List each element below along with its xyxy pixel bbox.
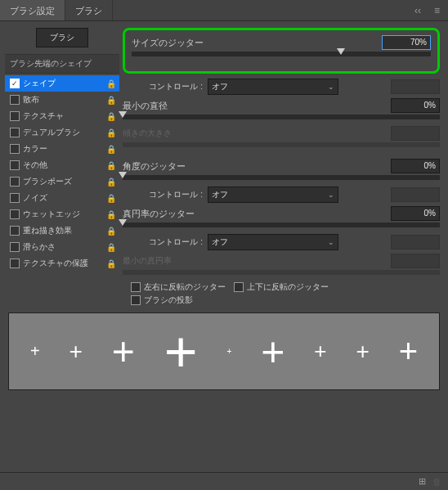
sidebar-label-1: 散布 xyxy=(23,94,106,106)
sidebar-item-11[interactable]: テクスチャの保護🔒 xyxy=(5,255,119,272)
preview-stamp: + xyxy=(69,339,83,365)
projection-checkbox[interactable] xyxy=(131,295,141,305)
lock-icon[interactable]: 🔒 xyxy=(106,259,116,268)
sidebar-item-1[interactable]: 散布🔒 xyxy=(5,92,119,108)
tilt-scale-label: 傾きの大きさ xyxy=(123,128,177,139)
preview-stamp: + xyxy=(30,342,40,361)
angle-jitter-input[interactable]: 0% xyxy=(391,159,440,173)
sidebar-label-9: 重ね描き効果 xyxy=(23,225,106,236)
size-control-select[interactable]: オフ⌄ xyxy=(208,79,338,95)
size-jitter-slider[interactable] xyxy=(132,52,431,56)
preview-stamp: + xyxy=(112,329,135,374)
lock-icon[interactable]: 🔒 xyxy=(106,210,116,219)
flip-y-checkbox[interactable] xyxy=(234,282,244,292)
min-roundness-label: 最小の真円率 xyxy=(123,255,177,267)
collapse-icon[interactable]: ‹‹ xyxy=(411,3,424,18)
sidebar-label-4: カラー xyxy=(23,143,106,155)
angle-control-select[interactable]: オフ⌄ xyxy=(208,187,338,203)
sidebar-checkbox-6[interactable] xyxy=(10,177,20,187)
lock-icon[interactable]: 🔒 xyxy=(106,79,116,88)
size-jitter-label: サイズのジッター xyxy=(132,37,204,49)
size-control-extra xyxy=(391,79,440,94)
sidebar-label-6: ブラシポーズ xyxy=(23,176,106,187)
sidebar-checkbox-3[interactable] xyxy=(10,128,20,137)
sidebar: ブラシ ブラシ先端のシェイプ ✓シェイプ🔒散布🔒テクスチャ🔒デュアルブラシ🔒カラ… xyxy=(0,21,119,312)
brush-button[interactable]: ブラシ xyxy=(36,28,88,47)
roundness-control-select[interactable]: オフ⌄ xyxy=(208,234,338,250)
roundness-jitter-slider[interactable] xyxy=(123,223,440,227)
lock-icon[interactable]: 🔒 xyxy=(106,243,116,252)
roundness-control-extra xyxy=(391,235,440,249)
tab-brush-settings[interactable]: ブラシ設定 xyxy=(0,0,65,20)
min-roundness-input xyxy=(391,254,440,268)
sidebar-checkbox-5[interactable] xyxy=(10,160,20,170)
sidebar-label-11: テクスチャの保護 xyxy=(23,258,106,269)
preview-stamp: + xyxy=(226,347,231,356)
lock-icon[interactable]: 🔒 xyxy=(106,145,116,154)
trash-icon: 🗑 xyxy=(432,477,441,487)
min-diameter-input[interactable]: 0% xyxy=(391,98,440,113)
sidebar-checkbox-9[interactable] xyxy=(10,226,20,236)
flip-x-label: 左右に反転のジッター xyxy=(144,281,226,293)
lock-icon[interactable]: 🔒 xyxy=(106,194,116,203)
size-jitter-input[interactable]: 70% xyxy=(382,35,431,50)
sidebar-item-2[interactable]: テクスチャ🔒 xyxy=(5,108,119,124)
sidebar-item-8[interactable]: ウェットエッジ🔒 xyxy=(5,206,119,223)
projection-label: ブラシの投影 xyxy=(144,294,193,306)
preview-stamp: + xyxy=(356,339,369,365)
sidebar-checkbox-11[interactable] xyxy=(10,258,20,268)
flip-y-label: 上下に反転のジッター xyxy=(247,281,329,293)
tilt-scale-slider xyxy=(123,142,440,147)
tilt-scale-input xyxy=(391,126,440,141)
menu-icon[interactable]: ≡ xyxy=(431,3,443,18)
lock-icon[interactable]: 🔒 xyxy=(106,96,116,105)
sidebar-label-2: テクスチャ xyxy=(23,110,106,122)
sidebar-item-5[interactable]: その他🔒 xyxy=(5,157,119,173)
min-diameter-label: 最小の直径 xyxy=(123,100,168,112)
brush-tip-header[interactable]: ブラシ先端のシェイプ xyxy=(5,54,119,74)
min-roundness-slider xyxy=(123,270,440,275)
preview-stamp: + xyxy=(399,333,418,370)
sidebar-checkbox-8[interactable] xyxy=(10,209,20,219)
roundness-jitter-input[interactable]: 0% xyxy=(391,206,440,221)
sidebar-checkbox-7[interactable] xyxy=(10,193,20,203)
control-label-2: コントロール : xyxy=(123,189,208,200)
sidebar-item-10[interactable]: 滑らかさ🔒 xyxy=(5,239,119,255)
preview-stamp: + xyxy=(164,319,198,384)
sidebar-label-3: デュアルブラシ xyxy=(23,127,106,138)
main-panel: サイズのジッター 70% コントロール : オフ⌄ 最小の直径 0% 傾きの大き… xyxy=(119,21,448,312)
tab-brushes[interactable]: ブラシ xyxy=(65,0,113,20)
sidebar-label-8: ウェットエッジ xyxy=(23,209,106,220)
sidebar-item-4[interactable]: カラー🔒 xyxy=(5,141,119,157)
sidebar-item-0[interactable]: ✓シェイプ🔒 xyxy=(5,75,119,92)
lock-icon[interactable]: 🔒 xyxy=(106,112,116,121)
sidebar-item-6[interactable]: ブラシポーズ🔒 xyxy=(5,173,119,190)
lock-icon[interactable]: 🔒 xyxy=(106,128,116,137)
size-jitter-highlight: サイズのジッター 70% xyxy=(123,28,440,74)
brush-preview: +++++++++ xyxy=(8,312,440,390)
sidebar-checkbox-2[interactable] xyxy=(10,111,20,121)
sidebar-label-10: 滑らかさ xyxy=(23,241,106,253)
lock-icon[interactable]: 🔒 xyxy=(106,161,116,170)
control-label-1: コントロール : xyxy=(123,81,208,92)
angle-jitter-label: 角度のジッター xyxy=(123,160,186,173)
angle-control-extra xyxy=(391,187,440,202)
new-preset-icon[interactable]: ⊞ xyxy=(419,476,426,487)
sidebar-checkbox-10[interactable] xyxy=(10,242,20,252)
roundness-jitter-label: 真円率のジッター xyxy=(123,208,195,220)
sidebar-checkbox-1[interactable] xyxy=(10,95,20,105)
sidebar-item-3[interactable]: デュアルブラシ🔒 xyxy=(5,124,119,141)
lock-icon[interactable]: 🔒 xyxy=(106,178,116,187)
sidebar-label-0: シェイプ xyxy=(23,78,106,89)
sidebar-label-5: その他 xyxy=(23,160,106,171)
angle-jitter-slider[interactable] xyxy=(123,175,440,180)
min-diameter-slider[interactable] xyxy=(123,115,440,119)
sidebar-checkbox-4[interactable] xyxy=(10,144,20,154)
flip-x-checkbox[interactable] xyxy=(131,282,141,292)
preview-stamp: + xyxy=(314,339,326,364)
sidebar-checkbox-0[interactable]: ✓ xyxy=(10,79,20,88)
sidebar-label-7: ノイズ xyxy=(23,192,106,204)
sidebar-item-7[interactable]: ノイズ🔒 xyxy=(5,190,119,206)
sidebar-item-9[interactable]: 重ね描き効果🔒 xyxy=(5,223,119,239)
lock-icon[interactable]: 🔒 xyxy=(106,227,116,236)
